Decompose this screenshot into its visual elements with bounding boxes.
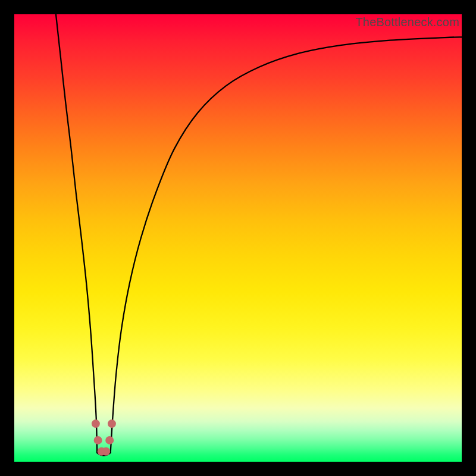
valley-marker: [92, 419, 100, 428]
chart-frame: TheBottleneck.com: [0, 0, 476, 476]
curve-layer: [14, 14, 462, 462]
watermark-text: TheBottleneck.com: [355, 15, 459, 29]
plot-area: [14, 14, 462, 462]
marker-group: [92, 419, 116, 456]
valley-marker: [94, 436, 102, 444]
right-branch-path: [111, 37, 462, 453]
valley-marker: [108, 419, 116, 428]
valley-marker: [102, 447, 110, 456]
curve-group: [56, 14, 462, 455]
left-branch-path: [56, 14, 97, 453]
valley-marker: [105, 436, 114, 444]
